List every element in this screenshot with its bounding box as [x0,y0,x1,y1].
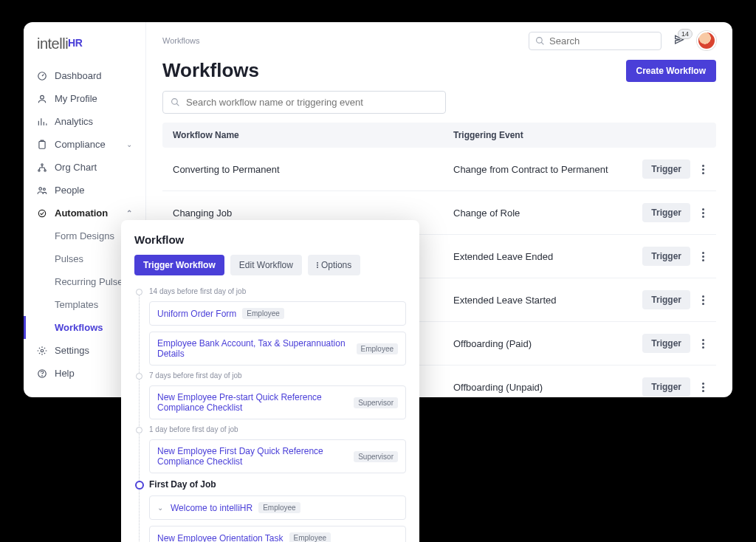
cell-triggering-event: Change of Role [453,207,642,219]
options-button[interactable]: Options [308,255,360,275]
timeline-item-link[interactable]: New Employee Pre-start Quick Reference C… [157,392,348,413]
cell-triggering-event: Offboarding (Paid) [453,338,642,349]
notification-badge: 14 [678,29,693,39]
trigger-button[interactable]: Trigger [642,334,690,353]
cell-triggering-event: Change from Contract to Permanent [453,164,642,175]
svg-point-12 [537,37,543,43]
trigger-button[interactable]: Trigger [642,203,690,222]
row-menu-button[interactable] [701,381,706,394]
nav-dashboard[interactable]: Dashboard [24,64,145,87]
svg-point-11 [42,375,43,376]
gauge-icon [37,71,47,81]
timeline-item[interactable]: Uniform Order FormEmployee [149,301,406,326]
svg-point-7 [43,188,45,190]
trigger-button[interactable]: Trigger [642,247,690,266]
timeline-item[interactable]: Employee Bank Account, Tax & Superannuat… [149,332,406,366]
row-actions: Trigger [642,203,706,222]
row-actions: Trigger [642,159,706,179]
workflow-timeline: 14 days before first day of jobUniform O… [134,287,406,542]
svg-point-4 [38,169,40,171]
timeline-item-link[interactable]: New Employee Orientation Task [157,533,284,543]
timeline-item[interactable]: New Employee Orientation TaskEmployee [149,526,406,542]
global-search[interactable] [529,32,662,50]
help-icon [37,368,47,379]
timeline-item[interactable]: New Employee Pre-start Quick Reference C… [149,385,406,419]
timeline-group: 14 days before first day of jobUniform O… [149,287,406,366]
clipboard-icon [37,140,47,150]
hierarchy-icon [37,162,47,173]
chevron-down-icon: ⌄ [157,504,163,512]
table-row[interactable]: Converting to Permanent Change from Cont… [162,148,716,191]
role-chip: Supervisor [354,397,398,408]
people-icon [37,185,47,196]
svg-point-3 [41,163,43,165]
col-header-event: Triggering Event [453,130,706,140]
workflow-detail-panel: Workflow Trigger Workflow Edit Workflow … [121,220,419,542]
col-header-name: Workflow Name [173,130,453,140]
search-icon [171,97,180,107]
create-workflow-button[interactable]: Create Workflow [626,60,716,82]
cell-workflow-name: Changing Job [173,207,453,219]
user-avatar[interactable] [697,31,716,50]
cell-triggering-event: Offboarding (Unpaid) [453,382,642,393]
svg-rect-2 [39,141,45,148]
breadcrumb: Workflows [162,36,200,45]
nav-people[interactable]: People [24,179,145,202]
search-icon [535,36,545,46]
timeline-item[interactable]: New Employee First Day Quick Reference C… [149,439,406,473]
topbar: Workflows 14 [146,22,732,59]
row-actions: Trigger [642,247,706,266]
trigger-button[interactable]: Trigger [642,290,690,309]
svg-point-13 [172,99,178,105]
gear-icon [37,346,47,356]
trigger-button[interactable]: Trigger [642,159,690,179]
svg-point-6 [39,187,42,189]
svg-point-8 [38,210,45,216]
timeline-heading: 14 days before first day of job [149,287,406,295]
nav-org-chart[interactable]: Org Chart [24,156,145,179]
timeline-item-link[interactable]: Employee Bank Account, Tax & Superannuat… [157,338,351,359]
chart-icon [37,117,47,127]
workflow-search-input[interactable] [186,97,438,108]
notifications-button[interactable]: 14 [670,33,688,48]
row-menu-button[interactable] [701,250,706,263]
automation-icon [37,208,47,219]
user-icon [37,94,47,104]
row-menu-button[interactable] [701,163,706,176]
row-menu-button[interactable] [701,294,706,306]
role-chip: Employee [258,502,300,513]
cell-workflow-name: Converting to Permanent [173,164,453,175]
row-menu-button[interactable] [701,337,706,350]
role-chip: Employee [242,308,284,319]
panel-title: Workflow [134,233,406,246]
nav-compliance[interactable]: Compliance⌄ [24,133,145,156]
svg-point-1 [41,95,44,99]
timeline-heading: 1 day before first day of job [149,425,406,433]
svg-point-9 [41,349,44,352]
edit-workflow-button[interactable]: Edit Workflow [230,255,302,275]
workflow-search[interactable] [162,91,446,114]
timeline-item[interactable]: ⌄Welcome to intelliHREmployee [149,495,406,520]
chevron-up-icon: ⌃ [126,209,132,217]
page-title: Workflows [162,59,259,82]
timeline-item-link[interactable]: New Employee First Day Quick Reference C… [157,446,348,467]
row-actions: Trigger [642,377,706,397]
row-actions: Trigger [642,290,706,309]
kebab-icon [317,262,318,268]
svg-point-5 [44,169,46,171]
role-chip: Employee [357,343,398,354]
brand-logo: intelliHR [24,35,145,64]
role-chip: Employee [289,532,331,542]
timeline-group: 1 day before first day of jobNew Employe… [149,425,406,473]
global-search-input[interactable] [549,35,673,47]
trigger-button[interactable]: Trigger [642,377,690,397]
nav-analytics[interactable]: Analytics [24,110,145,133]
table-header: Workflow Name Triggering Event [162,123,716,148]
timeline-item-link[interactable]: Uniform Order Form [157,309,236,319]
timeline-item-link[interactable]: Welcome to intelliHR [171,503,252,513]
panel-toolbar: Trigger Workflow Edit Workflow Options [134,255,406,275]
row-actions: Trigger [642,334,706,353]
nav-my-profile[interactable]: My Profile [24,87,145,110]
row-menu-button[interactable] [701,207,706,219]
trigger-workflow-button[interactable]: Trigger Workflow [134,255,224,275]
